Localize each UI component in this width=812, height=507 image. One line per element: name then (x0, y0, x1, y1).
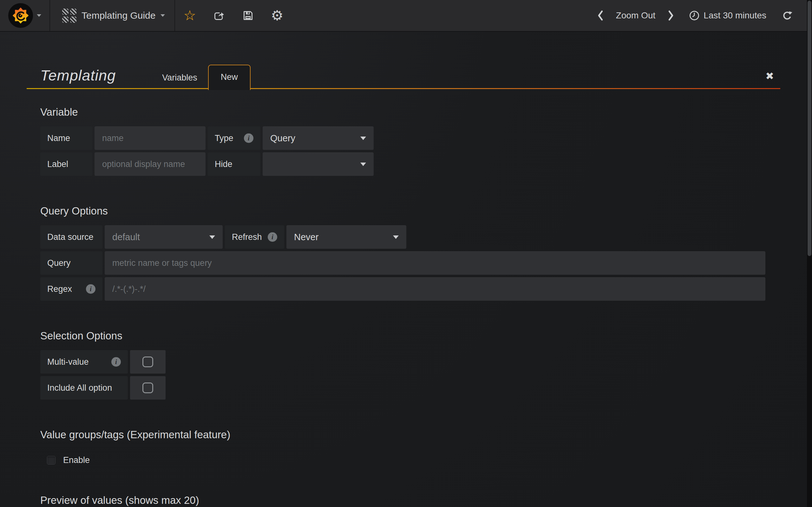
templating-header: Templating Variables New ✖ (27, 32, 780, 89)
info-icon[interactable]: i (86, 284, 96, 294)
gear-icon: ⚙ (271, 9, 283, 22)
enable-label: Enable (63, 455, 90, 465)
chevron-down-icon (37, 14, 41, 17)
star-icon: ☆ (183, 9, 196, 22)
dashboard-grid-icon (62, 9, 77, 23)
chevron-down-icon (160, 14, 165, 17)
info-icon[interactable]: i (268, 232, 277, 242)
close-icon: ✖ (765, 70, 774, 82)
time-range-picker[interactable]: Last 30 minutes (680, 10, 775, 21)
tab-variables[interactable]: Variables (151, 66, 208, 89)
page-title: Templating (40, 66, 116, 84)
close-button[interactable]: ✖ (763, 71, 776, 81)
time-back-button[interactable] (591, 10, 610, 21)
refresh-icon (781, 10, 793, 21)
regex-row: Regex i (40, 277, 765, 301)
type-select-value: Query (270, 133, 295, 144)
value-groups-heading: Value groups/tags (Experimental feature) (40, 429, 765, 441)
selection-options-heading: Selection Options (40, 330, 765, 342)
zoom-out-label: Zoom Out (616, 10, 655, 20)
favorite-button[interactable]: ☆ (175, 0, 204, 31)
refresh-select[interactable]: Never (287, 225, 406, 249)
multi-value-label: Multi-value i (40, 350, 128, 374)
variable-label-row: Label Hide (40, 153, 765, 176)
include-all-checkbox[interactable] (142, 383, 153, 393)
query-input[interactable] (105, 251, 765, 275)
variable-section-heading: Variable (40, 106, 765, 118)
top-navbar: Templating Guide ☆ ⚙ Zoom Out (0, 0, 812, 32)
multi-value-row: Multi-value i (40, 350, 765, 374)
scrollbar-thumb[interactable] (808, 1, 811, 256)
preview-heading: Preview of values (shows max 20) (40, 494, 765, 506)
chevron-down-icon (393, 235, 399, 239)
datasource-select-value: default (112, 232, 140, 242)
side-menu-toggle[interactable] (0, 0, 50, 31)
refresh-button[interactable] (775, 10, 799, 21)
enable-checkbox[interactable] (47, 456, 55, 464)
datasource-row: Data source default Refresh i Never (40, 225, 765, 249)
info-icon[interactable]: i (244, 133, 253, 143)
query-label: Query (40, 251, 102, 275)
name-label: Name (40, 126, 92, 150)
dashboard-title: Templating Guide (82, 10, 155, 21)
zoom-out-button[interactable]: Zoom Out (610, 10, 662, 20)
share-button[interactable] (204, 0, 234, 31)
multi-value-checkbox[interactable] (142, 356, 153, 367)
chevron-down-icon (209, 235, 215, 239)
tab-bar: Variables New (151, 65, 251, 89)
info-icon[interactable]: i (111, 357, 121, 367)
variable-name-row: Name Type i Query (40, 126, 765, 150)
include-all-row: Include All option (40, 376, 765, 400)
multi-value-checkbox-cell[interactable] (130, 350, 165, 374)
include-all-label: Include All option (40, 376, 128, 400)
dashboard-picker[interactable]: Templating Guide (50, 0, 175, 31)
grafana-logo-icon (8, 3, 33, 28)
hide-select[interactable] (263, 153, 374, 176)
refresh-label: Refresh i (225, 225, 284, 249)
chevron-down-icon (360, 163, 366, 166)
settings-button[interactable]: ⚙ (263, 0, 292, 31)
hide-label: Hide (208, 153, 260, 176)
save-icon (242, 9, 254, 22)
name-input[interactable] (95, 126, 206, 150)
enable-row: Enable (47, 455, 765, 465)
regex-label: Regex i (40, 277, 102, 301)
include-all-checkbox-cell[interactable] (130, 376, 165, 400)
datasource-select[interactable]: default (105, 225, 223, 249)
chevron-left-icon (596, 10, 605, 21)
share-icon (212, 9, 225, 22)
label-label: Label (40, 153, 92, 176)
vertical-scrollbar[interactable] (807, 0, 812, 507)
query-row: Query (40, 251, 765, 275)
type-label: Type i (208, 126, 260, 150)
query-options-heading: Query Options (40, 205, 765, 217)
time-range-label: Last 30 minutes (704, 10, 766, 20)
tab-new[interactable]: New (208, 65, 251, 90)
regex-input[interactable] (105, 277, 765, 301)
time-forward-button[interactable] (662, 10, 680, 21)
refresh-select-value: Never (294, 232, 318, 242)
chevron-right-icon (667, 10, 675, 21)
label-input[interactable] (95, 153, 206, 176)
chevron-down-icon (360, 136, 366, 140)
navbar-right-controls: Zoom Out Last 30 minutes (591, 0, 812, 31)
type-select[interactable]: Query (263, 126, 374, 150)
clock-icon (689, 10, 700, 21)
variable-editor: Variable Name Type i Query Label Hide Qu… (40, 106, 765, 507)
save-button[interactable] (234, 0, 263, 31)
datasource-label: Data source (40, 225, 102, 249)
